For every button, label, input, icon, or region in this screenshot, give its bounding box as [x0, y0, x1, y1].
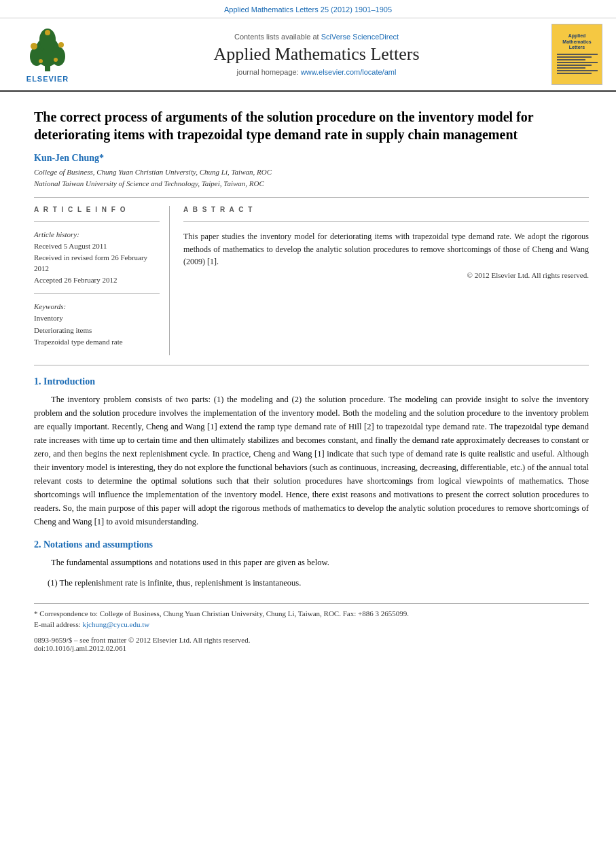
affiliation-1: College of Business, Chung Yuan Christia… [34, 166, 589, 178]
abstract-heading: A B S T R A C T [183, 206, 589, 213]
svg-point-7 [45, 30, 50, 35]
journal-title: Applied Mathematics Letters [92, 43, 541, 65]
copyright-notice: © 2012 Elsevier Ltd. All rights reserved… [183, 271, 589, 279]
article-info-divider [34, 221, 160, 222]
accepted-date: Accepted 26 February 2012 [34, 274, 160, 286]
journal-cover-image: AppliedMathematicsLetters [551, 24, 602, 85]
article-history: Article history: Received 5 August 2011 … [34, 230, 160, 285]
keyword-1: Inventory [34, 312, 160, 325]
abstract-column: A B S T R A C T This paper studies the i… [183, 206, 589, 355]
footnote-email: E-mail address: kjchung@cycu.edu.tw [34, 619, 589, 630]
sciverse-link[interactable]: SciVerse ScienceDirect [321, 33, 399, 41]
journal-citation: Applied Mathematics Letters 25 (2012) 19… [224, 5, 392, 14]
keyword-3: Trapezoidal type demand rate [34, 336, 160, 348]
svg-point-9 [54, 58, 58, 62]
article-info-column: A R T I C L E I N F O Article history: R… [34, 206, 170, 355]
main-content: The correct process of arguments of the … [0, 92, 616, 666]
footer-copyright: 0893-9659/$ – see front matter © 2012 El… [34, 636, 589, 652]
journal-homepage-line: journal homepage: www.elsevier.com/locat… [92, 68, 541, 76]
keywords-label: Keywords: [34, 302, 160, 310]
revised-date: Received in revised form 26 February 201… [34, 252, 160, 274]
doi-line: doi:10.1016/j.aml.2012.02.061 [34, 644, 589, 652]
section-1-paragraph: The inventory problem consists of two pa… [34, 393, 589, 529]
keyword-2: Deteriorating items [34, 325, 160, 337]
issn-line: 0893-9659/$ – see front matter © 2012 El… [34, 636, 589, 644]
keywords-block: Keywords: Inventory Deteriorating items … [34, 302, 160, 348]
paper-title: The correct process of arguments of the … [34, 108, 589, 143]
journal-header: ELSEVIER Contents lists available at Sci… [0, 18, 616, 92]
contents-availability: Contents lists available at SciVerse Sci… [92, 33, 541, 41]
abstract-divider [183, 221, 589, 222]
svg-point-3 [52, 47, 65, 66]
footnote-correspondence: * Correspondence to: College of Business… [34, 608, 589, 620]
history-label: Article history: [34, 230, 160, 238]
journal-title-area: Contents lists available at SciVerse Sci… [92, 33, 541, 75]
affiliation-2: National Taiwan University of Science an… [34, 178, 589, 190]
abstract-text: This paper studies the inventory model f… [183, 230, 589, 268]
affiliations: College of Business, Chung Yuan Christia… [34, 166, 589, 189]
cover-title-text: AppliedMathematicsLetters [562, 33, 591, 50]
elsevier-logo-area: ELSEVIER [14, 26, 81, 83]
journal-homepage-link[interactable]: www.elsevier.com/locate/aml [301, 68, 397, 76]
section-2-paragraph: The fundamental assumptions and notation… [34, 556, 589, 569]
cover-decorative-lines [557, 54, 598, 75]
keywords-divider [34, 293, 160, 294]
svg-point-6 [58, 42, 64, 48]
svg-point-5 [31, 43, 37, 50]
email-link[interactable]: kjchung@cycu.edu.tw [82, 620, 149, 628]
journal-info-bar: Applied Mathematics Letters 25 (2012) 19… [0, 0, 616, 18]
section-2-title: 2. Notations and assumptions [34, 539, 589, 550]
section-2-item-1: (1) The replenishment rate is infinite, … [48, 576, 589, 590]
article-info-heading: A R T I C L E I N F O [34, 206, 160, 213]
footer-area: * Correspondence to: College of Business… [34, 603, 589, 652]
divider-after-abstract [34, 365, 589, 365]
elsevier-tree-icon [20, 26, 75, 73]
section-1-title: 1. Introduction [34, 376, 589, 387]
received-date: Received 5 August 2011 [34, 240, 160, 252]
divider-after-affiliations [34, 197, 589, 198]
elsevier-wordmark: ELSEVIER [26, 75, 69, 83]
article-info-abstract: A R T I C L E I N F O Article history: R… [34, 206, 589, 355]
author-name: Kun-Jen Chung* [34, 153, 589, 164]
svg-point-8 [39, 59, 43, 63]
